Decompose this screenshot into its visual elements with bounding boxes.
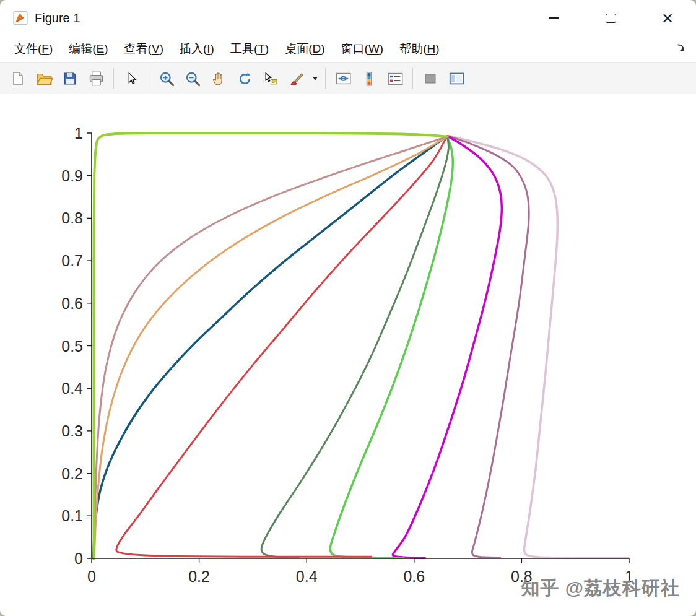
curve-mauve [448,136,529,558]
dock-arrow-icon [676,43,687,54]
svg-text:0.6: 0.6 [61,295,83,312]
rotate-3d-button[interactable] [232,66,258,92]
toolbar-separator [412,68,413,89]
open-file-button[interactable] [31,66,57,92]
svg-text:0.4: 0.4 [61,380,83,397]
svg-text:0.1: 0.1 [61,507,83,524]
menu-item-edit[interactable]: 编辑(E) [61,38,116,60]
insert-colorbar-button[interactable] [356,66,382,92]
curve-rosy-brown [94,137,447,559]
show-plot-tools-icon [448,71,465,87]
pan-hand-icon [211,71,227,87]
svg-text:1: 1 [74,124,83,142]
toolbar-separator [149,68,149,89]
zoom-out-button[interactable] [180,66,206,92]
close-button[interactable]: × [639,0,696,36]
link-plots-icon [335,71,352,87]
hide-plot-tools-icon [423,71,438,86]
dock-figure-button[interactable] [674,41,689,56]
data-cursor-icon [263,71,279,87]
curve-dark-green [261,137,448,558]
title-bar: Figure 1 × [0,0,696,36]
toolbar-separator [113,68,114,89]
link-plots-button[interactable] [330,66,356,92]
svg-text:0.9: 0.9 [61,167,83,184]
maximize-icon [606,14,616,23]
svg-text:0.8: 0.8 [61,209,83,227]
matlab-figure-icon [12,10,28,26]
svg-text:0.2: 0.2 [188,568,210,585]
menu-item-window[interactable]: 窗口(W) [333,38,392,60]
menu-item-help[interactable]: 帮助(H) [391,38,447,60]
menu-item-insert[interactable]: 插入(I) [172,38,222,60]
svg-text:0.3: 0.3 [61,422,83,440]
figure-plot[interactable]: 00.20.40.60.8100.10.20.30.40.50.60.70.80… [0,94,696,616]
close-icon: × [662,8,674,28]
menu-item-file[interactable]: 文件(F) [6,38,61,60]
chevron-down-icon [313,77,318,80]
curve-steel-blue [94,137,446,558]
menu-item-desktop[interactable]: 桌面(D) [277,38,333,60]
legend-icon [387,71,404,87]
svg-text:0.4: 0.4 [296,568,318,585]
show-plot-tools-button[interactable] [443,66,469,92]
pan-button[interactable] [206,66,232,92]
new-figure-button[interactable] [5,66,31,92]
menu-item-tools[interactable]: 工具(T) [222,38,277,60]
figure-toolbar [0,62,696,95]
svg-text:0.2: 0.2 [61,465,83,482]
print-button[interactable] [83,66,109,92]
menu-item-view[interactable]: 查看(V) [116,38,172,60]
brush-button[interactable] [284,66,310,92]
curve-pale-pink [450,136,629,558]
data-cursor-button[interactable] [258,66,284,92]
svg-text:0.6: 0.6 [403,568,425,585]
new-document-icon [11,71,25,86]
zoom-out-icon [185,71,201,87]
brush-icon [289,71,305,87]
svg-text:0: 0 [74,550,83,567]
figure-canvas[interactable]: 00.20.40.60.8100.10.20.30.40.50.60.70.80… [0,94,696,616]
zoom-in-button[interactable] [154,66,180,92]
save-button[interactable] [57,66,83,92]
toolbar-separator [325,68,326,89]
window-controls: × [525,0,696,36]
window-title: Figure 1 [35,11,80,25]
floppy-disk-icon [63,71,77,86]
curve-sandy-orange [94,137,447,559]
hide-plot-tools-button[interactable] [417,66,443,92]
rotate-3d-icon [237,71,253,87]
menu-bar: 文件(F) 编辑(E) 查看(V) 插入(I) 工具(T) 桌面(D) 窗口(W… [0,36,696,62]
insert-legend-button[interactable] [382,66,408,92]
maximize-button[interactable] [582,0,639,36]
figure-window: Figure 1 × 文件(F) 编辑(E) 查看(V) 插入(I) 工具(T)… [0,0,696,616]
watermark: 知乎 @荔枝科研社 [521,576,680,601]
pointer-tool-button[interactable] [118,66,144,92]
printer-icon [88,71,105,87]
zoom-in-icon [159,71,175,87]
colorbar-icon [362,71,377,87]
minimize-icon [549,17,559,19]
svg-text:0.7: 0.7 [61,252,83,269]
svg-text:0: 0 [87,568,96,585]
open-folder-icon [36,71,53,87]
cursor-arrow-icon [124,72,138,85]
svg-text:0.5: 0.5 [61,337,83,355]
brush-dropdown-button[interactable] [310,66,321,92]
curve-red [116,137,446,557]
minimize-button[interactable] [525,0,582,36]
